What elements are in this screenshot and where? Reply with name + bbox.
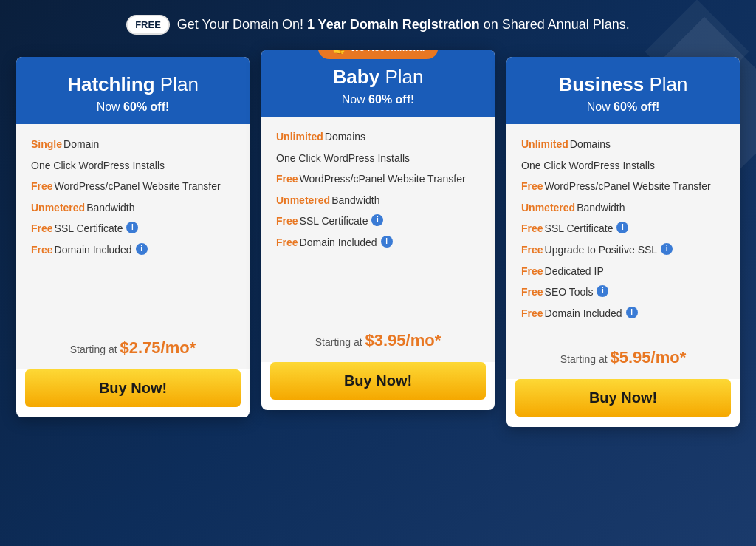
feature-highlight-hatchling-4: Free bbox=[31, 222, 53, 236]
feature-item-business-1: One Click WordPress Installs bbox=[521, 159, 725, 174]
pricing-prefix-hatchling: Starting at $2.75/mo* bbox=[70, 344, 196, 355]
feature-item-hatchling-2: Free WordPress/cPanel Website Transfer bbox=[31, 180, 235, 194]
plan-name-bold-baby: Baby bbox=[333, 66, 380, 88]
plan-card-hatchling: Hatchling Plan Now 60% off! Single Domai… bbox=[16, 57, 250, 417]
feature-highlight-baby-5: Free bbox=[276, 236, 298, 250]
feature-text-baby-0: Domains bbox=[325, 130, 365, 145]
discount-label-baby: Now bbox=[342, 93, 368, 106]
info-icon-hatchling-5[interactable]: i bbox=[136, 243, 148, 255]
plan-pricing-baby: Starting at $3.95/mo* bbox=[261, 324, 495, 362]
feature-item-hatchling-5: Free Domain Includedi bbox=[31, 243, 235, 258]
pricing-prefix-business: Starting at $5.95/mo* bbox=[560, 353, 686, 365]
feature-text-hatchling-0: Domain bbox=[63, 137, 99, 152]
price-amount-hatchling: $2.75/mo* bbox=[120, 338, 196, 357]
discount-value-baby: 60% off! bbox=[368, 93, 414, 106]
plan-card-baby: 👍 We Recommend Baby Plan Now 60% off! Un… bbox=[261, 50, 495, 410]
plan-header-baby: Baby Plan Now 60% off! bbox=[261, 50, 495, 117]
feature-item-business-4: Free SSL Certificatei bbox=[521, 222, 725, 236]
feature-highlight-business-8: Free bbox=[521, 307, 543, 321]
feature-highlight-baby-0: Unlimited bbox=[276, 130, 323, 145]
feature-highlight-business-2: Free bbox=[521, 180, 543, 194]
buy-button-hatchling[interactable]: Buy Now! bbox=[25, 369, 241, 407]
plan-header-business: Business Plan Now 60% off! bbox=[506, 57, 740, 124]
price-amount-baby: $3.95/mo* bbox=[365, 331, 441, 349]
banner-bold-text: 1 Year Domain Registration bbox=[307, 17, 480, 32]
plan-discount-business: Now 60% off! bbox=[518, 100, 728, 114]
feature-text-hatchling-5: Domain Included bbox=[55, 243, 132, 258]
buy-button-baby[interactable]: Buy Now! bbox=[270, 362, 486, 400]
feature-text-business-1: One Click WordPress Installs bbox=[521, 159, 655, 174]
feature-item-baby-3: Unmetered Bandwidth bbox=[276, 194, 480, 208]
info-icon-business-7[interactable]: i bbox=[597, 285, 608, 297]
feature-text-baby-5: Domain Included bbox=[300, 236, 377, 250]
plan-name-bold-business: Business bbox=[559, 73, 645, 95]
feature-text-business-8: Domain Included bbox=[545, 307, 622, 321]
info-icon-hatchling-4[interactable]: i bbox=[126, 222, 138, 233]
plan-name-bold-hatchling: Hatchling bbox=[67, 73, 154, 95]
plan-name-hatchling: Hatchling Plan bbox=[28, 73, 238, 96]
feature-item-business-2: Free WordPress/cPanel Website Transfer bbox=[521, 180, 725, 194]
feature-highlight-business-7: Free bbox=[521, 285, 543, 300]
feature-text-hatchling-2: WordPress/cPanel Website Transfer bbox=[55, 180, 221, 194]
feature-item-baby-5: Free Domain Includedi bbox=[276, 236, 480, 250]
plan-card-business: Business Plan Now 60% off! Unlimited Dom… bbox=[506, 57, 740, 427]
banner-text-part1: Get Your Domain On! bbox=[177, 17, 307, 32]
feature-item-hatchling-4: Free SSL Certificatei bbox=[31, 222, 235, 236]
price-amount-business: $5.95/mo* bbox=[610, 348, 686, 366]
feature-highlight-hatchling-5: Free bbox=[31, 243, 53, 258]
plan-features-hatchling: Single Domain One Click WordPress Instal… bbox=[16, 124, 250, 331]
feature-text-business-7: SEO Tools bbox=[545, 285, 594, 300]
feature-highlight-business-0: Unlimited bbox=[521, 137, 568, 152]
feature-item-business-3: Unmetered Bandwidth bbox=[521, 201, 725, 216]
feature-item-business-6: Free Dedicated IP bbox=[521, 265, 725, 279]
discount-value-business: 60% off! bbox=[614, 100, 659, 113]
info-icon-baby-5[interactable]: i bbox=[381, 236, 393, 248]
banner-text: Get Your Domain On! 1 Year Domain Regist… bbox=[177, 16, 630, 34]
feature-item-baby-4: Free SSL Certificatei bbox=[276, 214, 480, 229]
feature-text-hatchling-1: One Click WordPress Installs bbox=[31, 159, 165, 174]
plan-features-baby: Unlimited Domains One Click WordPress In… bbox=[261, 117, 495, 324]
plan-discount-baby: Now 60% off! bbox=[273, 93, 483, 106]
info-icon-business-5[interactable]: i bbox=[661, 243, 673, 255]
feature-item-business-7: Free SEO Toolsi bbox=[521, 285, 725, 300]
plan-features-business: Unlimited Domains One Click WordPress In… bbox=[506, 124, 740, 341]
free-badge: FREE bbox=[126, 15, 170, 35]
feature-text-baby-3: Bandwidth bbox=[331, 194, 379, 208]
banner-text-part2: on Shared Annual Plans. bbox=[480, 17, 630, 32]
plan-discount-hatchling: Now 60% off! bbox=[28, 100, 238, 114]
discount-label-business: Now bbox=[587, 100, 614, 113]
feature-highlight-business-6: Free bbox=[521, 265, 543, 279]
discount-value-hatchling: 60% off! bbox=[123, 100, 169, 113]
feature-text-business-3: Bandwidth bbox=[577, 201, 625, 216]
buy-button-business[interactable]: Buy Now! bbox=[515, 379, 731, 417]
top-banner: FREE Get Your Domain On! 1 Year Domain R… bbox=[126, 15, 630, 35]
feature-text-business-0: Domains bbox=[570, 137, 611, 152]
plan-header-hatchling: Hatchling Plan Now 60% off! bbox=[16, 57, 250, 124]
plan-pricing-business: Starting at $5.95/mo* bbox=[506, 341, 740, 379]
feature-text-business-6: Dedicated IP bbox=[545, 265, 604, 279]
recommend-label: We Recommend bbox=[351, 50, 425, 53]
feature-item-hatchling-1: One Click WordPress Installs bbox=[31, 159, 235, 174]
feature-item-baby-1: One Click WordPress Installs bbox=[276, 151, 480, 166]
feature-item-hatchling-3: Unmetered Bandwidth bbox=[31, 201, 235, 216]
feature-text-business-5: Upgrade to Positive SSL bbox=[545, 243, 658, 258]
feature-item-baby-0: Unlimited Domains bbox=[276, 130, 480, 145]
feature-text-hatchling-4: SSL Certificate bbox=[55, 222, 123, 236]
feature-text-baby-1: One Click WordPress Installs bbox=[276, 151, 410, 166]
info-icon-business-4[interactable]: i bbox=[616, 222, 628, 233]
pricing-prefix-baby: Starting at $3.95/mo* bbox=[315, 336, 441, 348]
feature-text-business-2: WordPress/cPanel Website Transfer bbox=[545, 180, 711, 194]
info-icon-baby-4[interactable]: i bbox=[371, 214, 383, 226]
feature-highlight-baby-2: Free bbox=[276, 172, 298, 187]
feature-highlight-hatchling-2: Free bbox=[31, 180, 53, 194]
feature-item-baby-2: Free WordPress/cPanel Website Transfer bbox=[276, 172, 480, 187]
feature-text-hatchling-3: Bandwidth bbox=[86, 201, 134, 216]
feature-highlight-business-3: Unmetered bbox=[521, 201, 575, 216]
plan-name-business: Business Plan bbox=[518, 73, 728, 96]
discount-label-hatchling: Now bbox=[97, 100, 123, 113]
feature-item-business-8: Free Domain Includedi bbox=[521, 307, 725, 321]
info-icon-business-8[interactable]: i bbox=[626, 307, 638, 318]
feature-item-hatchling-0: Single Domain bbox=[31, 137, 235, 152]
feature-highlight-hatchling-0: Single bbox=[31, 137, 62, 152]
plan-pricing-hatchling: Starting at $2.75/mo* bbox=[16, 331, 250, 369]
